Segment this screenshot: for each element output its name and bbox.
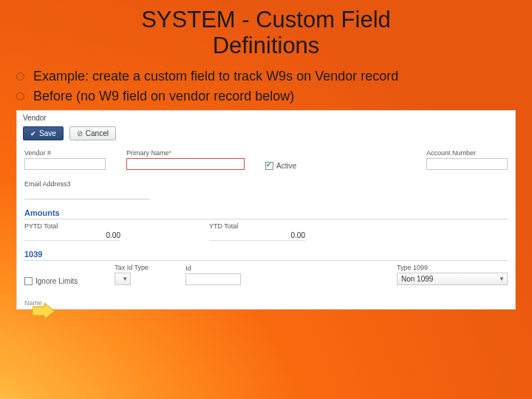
id-label: Id: [185, 265, 241, 272]
bullet-text: Example: create a custom field to track …: [33, 69, 398, 84]
arrow-callout-icon: [33, 303, 55, 319]
cancel-button[interactable]: Cancel: [69, 126, 116, 140]
type-1099-select[interactable]: Non 1099 ▼: [397, 273, 508, 285]
amounts-row: PYTD Total 0.00 YTD Total 0.00: [17, 219, 515, 244]
title-line-2: Definitions: [213, 33, 320, 58]
ignore-limits-field: Ignore Limits: [24, 277, 78, 285]
ignore-limits-checkbox[interactable]: [24, 277, 33, 285]
active-checkbox[interactable]: [265, 162, 273, 170]
type-1099-label: Type 1099: [397, 264, 508, 271]
tax-id-type-select[interactable]: ▼: [115, 273, 131, 285]
email-label: Email Address3: [24, 180, 508, 188]
vendor-form-screenshot: Vendor Save Cancel Vendor # Primary Name…: [16, 110, 516, 310]
cancel-button-label: Cancel: [86, 129, 109, 137]
bullet-item: Before (no W9 field on vendor record bel…: [16, 89, 532, 104]
cancel-icon: [77, 129, 83, 137]
id-input[interactable]: [185, 273, 241, 285]
bullet-item: Example: create a custom field to track …: [16, 69, 532, 84]
1099-row: Ignore Limits Tax Id Type ▼ Id Type 1099…: [17, 261, 515, 288]
svg-marker-0: [33, 303, 55, 319]
title-line-1: SYSTEM - Custom Field: [141, 7, 391, 33]
1099-section-heading: 1039: [24, 248, 508, 261]
primary-name-label-text: Primary Name: [126, 149, 169, 157]
panel-header: Vendor: [17, 111, 515, 123]
save-button-label: Save: [39, 129, 56, 137]
slide-title: SYSTEM - Custom Field Definitions: [0, 0, 532, 58]
primary-name-input[interactable]: [126, 158, 245, 170]
account-number-input[interactable]: [426, 158, 508, 170]
account-number-label: Account Number: [426, 149, 508, 157]
chevron-down-icon: ▼: [122, 276, 128, 282]
ytd-label: YTD Total: [209, 222, 305, 230]
primary-name-field: Primary Name*: [126, 149, 245, 170]
active-label: Active: [276, 162, 296, 170]
bullet-text: Before (no W9 field on vendor record bel…: [33, 89, 294, 104]
type-1099-field: Type 1099 Non 1099 ▼: [397, 264, 508, 285]
tax-id-type-field: Tax Id Type ▼: [115, 264, 149, 285]
chevron-down-icon: ▼: [499, 276, 505, 282]
email-field: Email Address3: [24, 180, 508, 200]
save-button[interactable]: Save: [23, 126, 64, 140]
account-number-field: Account Number: [426, 149, 508, 170]
vendor-number-field: Vendor #: [24, 149, 106, 170]
check-icon: [30, 129, 36, 137]
active-checkbox-field: Active: [265, 162, 296, 170]
button-bar: Save Cancel: [17, 123, 515, 146]
amounts-section-heading: Amounts: [24, 207, 508, 219]
pytd-label: PYTD Total: [24, 222, 120, 230]
form-row-1: Vendor # Primary Name* Active Account Nu…: [17, 146, 515, 173]
pytd-value: 0.00: [24, 231, 120, 241]
required-star-icon: *: [169, 149, 172, 157]
type-1099-value: Non 1099: [401, 275, 433, 283]
email-input[interactable]: [24, 189, 150, 200]
form-row-2: Email Address3: [17, 177, 515, 202]
vendor-number-label: Vendor #: [24, 149, 106, 157]
tax-id-type-label: Tax Id Type: [115, 264, 149, 271]
ignore-limits-label: Ignore Limits: [35, 277, 78, 285]
bullet-list: Example: create a custom field to track …: [16, 69, 532, 104]
pytd-field: PYTD Total 0.00: [24, 222, 120, 241]
id-field: Id: [185, 265, 241, 285]
bullet-marker-icon: [16, 72, 24, 81]
bullet-marker-icon: [16, 92, 24, 100]
vendor-number-input[interactable]: [24, 158, 106, 170]
ytd-value: 0.00: [209, 231, 305, 241]
ytd-field: YTD Total 0.00: [209, 222, 305, 241]
primary-name-label: Primary Name*: [126, 149, 245, 157]
